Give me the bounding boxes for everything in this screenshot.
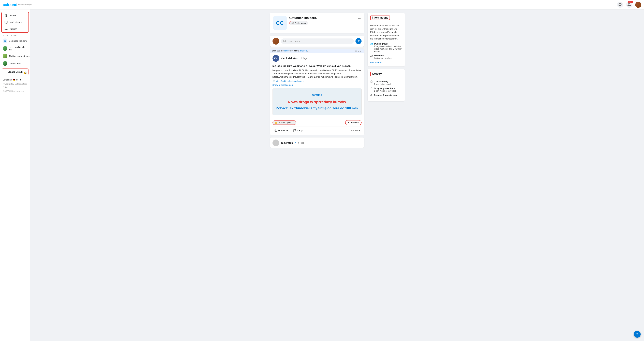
answers-badge[interactable]: 10 answers xyxy=(345,120,362,125)
dropdown-icon: ▼ xyxy=(20,79,22,81)
preview-logo: ccfound xyxy=(276,94,358,97)
answers-link[interactable]: answers xyxy=(300,50,307,52)
members-icon xyxy=(370,55,373,58)
group-item-bauch[interactable]: Lass den Bauch los. xyxy=(0,45,30,52)
logo-subtitle: brain search engine xyxy=(18,4,32,6)
group-logo: CC xyxy=(273,16,287,30)
top-bar: ccfound brain search engine 999+ xyxy=(0,0,644,10)
svg-point-2 xyxy=(292,22,293,23)
activity-posts-text: 0 posts today 1 post in this month xyxy=(374,80,392,85)
group-item-gefunden[interactable]: cc Gefunden Insiders. xyxy=(0,37,30,45)
downvote-button[interactable]: Downvote xyxy=(272,128,290,133)
informations-title: Informations xyxy=(370,16,390,20)
show-original-button[interactable]: Show original content xyxy=(272,84,362,86)
feed-column: CC Gefunden Insiders. Public group ··· xyxy=(270,13,364,338)
group-name-gefunden: Gefunden Insiders. xyxy=(9,40,27,42)
post-link[interactable]: 🔗 https://webinar1.ccfound.com... xyxy=(272,80,362,82)
logo: ccfound brain search engine xyxy=(3,2,32,7)
public-group-info-text: Public group Everyone can check the list… xyxy=(374,43,402,53)
create-group-button[interactable]: Create Group 🐝 xyxy=(2,69,28,75)
group-info: Gefunden Insiders. Public group xyxy=(289,16,355,25)
group-item-hanf[interactable]: Grünes Hanf xyxy=(0,60,30,67)
list-icon-1[interactable]: ☰ xyxy=(355,50,357,52)
notification-badge: 999+ xyxy=(628,1,633,3)
help-button[interactable]: ? xyxy=(634,331,641,338)
sidebar: Home Marketplace Groups YOUR GROUPS cc G… xyxy=(0,10,30,341)
public-group-badge[interactable]: Public group xyxy=(289,21,308,25)
activity-members-item: 343 group members 1 new member last week xyxy=(370,87,402,92)
action-buttons-row: Downvote Reply SEE MORE xyxy=(272,127,362,133)
language-code: de xyxy=(16,79,18,81)
activity-created-text: Created 8 Monate ago xyxy=(374,94,397,96)
globe-icon: 🌐 xyxy=(370,43,373,45)
post2-author-info: Tom Patom ✓ • 4 Tage xyxy=(281,142,357,144)
group-avatar-gefunden: cc xyxy=(3,39,8,43)
members-info-text: Members 343 group members xyxy=(374,54,392,59)
reply-button[interactable]: Reply xyxy=(291,128,304,133)
home-label: Home xyxy=(10,14,16,17)
marketplace-icon xyxy=(4,21,8,24)
right-sidebar: Informations Die Gruppe für Personen, di… xyxy=(368,13,405,338)
nav-group: Home Marketplace Groups xyxy=(1,12,29,33)
eula-link[interactable]: EULA xyxy=(3,86,28,89)
activity-card: Activity 0 posts today 1 post in this mo… xyxy=(368,69,405,101)
content-area: CC Gefunden Insiders. Public group ··· xyxy=(30,10,644,341)
top-bar-actions: 999+ xyxy=(617,2,641,8)
language-selector[interactable]: Language 🇩🇪 de ▼ xyxy=(3,79,28,81)
language-label: Language xyxy=(3,79,12,81)
groups-label: Groups xyxy=(10,28,17,30)
list-view-icons: ☰ ⋮⋮ xyxy=(355,50,362,52)
post-card-1: [You see the latest with all the answers… xyxy=(270,49,364,135)
copyright: © CCFOUND sp. z o.o. sp.k. xyxy=(3,90,28,93)
activity-title: Activity xyxy=(370,72,384,76)
members-info-item: Members 343 group members xyxy=(370,54,402,59)
informations-title-wrapper: Informations xyxy=(370,16,402,22)
groups-icon xyxy=(4,27,8,31)
sidebar-item-groups[interactable]: Groups xyxy=(2,26,28,32)
list-icon-2[interactable]: ⋮⋮ xyxy=(358,50,362,52)
upvote-badge[interactable]: 👍 16 users upvote it! xyxy=(272,121,296,125)
see-more-btn[interactable]: SEE MORE xyxy=(350,129,362,132)
latest-link[interactable]: latest xyxy=(284,50,289,52)
bee-icon: 🐝 xyxy=(24,71,27,75)
messages-icon[interactable] xyxy=(617,2,623,8)
activity-members-text: 343 group members 1 new member last week xyxy=(374,87,396,92)
post-more-menu[interactable]: ··· xyxy=(359,57,362,60)
sidebar-item-marketplace[interactable]: Marketplace xyxy=(2,19,28,26)
group-item-tuerk[interactable]: Türkischesabenteuer.de xyxy=(0,52,30,60)
answer-actions: 10 answers xyxy=(345,120,362,125)
bullet-separator: • xyxy=(300,57,300,59)
language-flag: 🇩🇪 xyxy=(13,79,15,81)
sidebar-item-home[interactable]: Home xyxy=(2,12,28,19)
composer-input[interactable]: Add new content xyxy=(281,39,354,44)
group-name-bauch: Lass den Bauch los. xyxy=(9,46,28,51)
group-more-menu[interactable]: ··· xyxy=(358,16,361,20)
latest-bar-text: [You see the latest with all the answers… xyxy=(272,50,308,52)
document-icon xyxy=(370,81,373,83)
post-author-info: Karol Kieltyka ✓ • 3 Tage xyxy=(281,57,357,60)
user-avatar[interactable] xyxy=(635,2,641,8)
privacy-link[interactable]: Privacy policy and regulations xyxy=(3,82,28,86)
activity-created-item: Created 8 Monate ago xyxy=(370,94,402,97)
main-layout: Home Marketplace Groups YOUR GROUPS cc G… xyxy=(0,10,644,341)
notifications-icon[interactable]: 999+ xyxy=(626,2,632,8)
post2-verified: ✓ xyxy=(294,142,296,144)
group-name-hanf: Grünes Hanf xyxy=(9,62,21,65)
post2-more-menu[interactable]: ··· xyxy=(359,141,362,145)
post-actions: 👍 16 users upvote it! 10 answers Dow xyxy=(270,119,364,135)
logo-text: ccfound xyxy=(3,2,17,7)
group-header-card: CC Gefunden Insiders. Public group ··· xyxy=(270,13,364,33)
post-header: KK Karol Kieltyka ✓ • 3 Tage ··· xyxy=(270,53,364,63)
home-icon xyxy=(4,14,8,17)
post-content: Ich lade Sie zum Webinar ein - Neuer Weg… xyxy=(270,63,364,119)
marketplace-label: Marketplace xyxy=(10,21,22,24)
activity-posts-item: 0 posts today 1 post in this month xyxy=(370,80,402,85)
public-group-info-item: 🌐 Public group Everyone can check the li… xyxy=(370,43,402,53)
post-text: Morgen, d.h. am 2. Juli um 20:00 Uhr, we… xyxy=(272,69,362,79)
post2-author-name: Tom Patom ✓ • 4 Tage xyxy=(281,142,357,144)
group-avatar-tuerk xyxy=(3,54,8,58)
post-author-name: Karol Kieltyka ✓ • 3 Tage xyxy=(281,57,357,60)
learn-more-link[interactable]: Learn More xyxy=(370,61,382,64)
send-button[interactable] xyxy=(356,38,362,44)
svg-rect-0 xyxy=(5,21,8,23)
